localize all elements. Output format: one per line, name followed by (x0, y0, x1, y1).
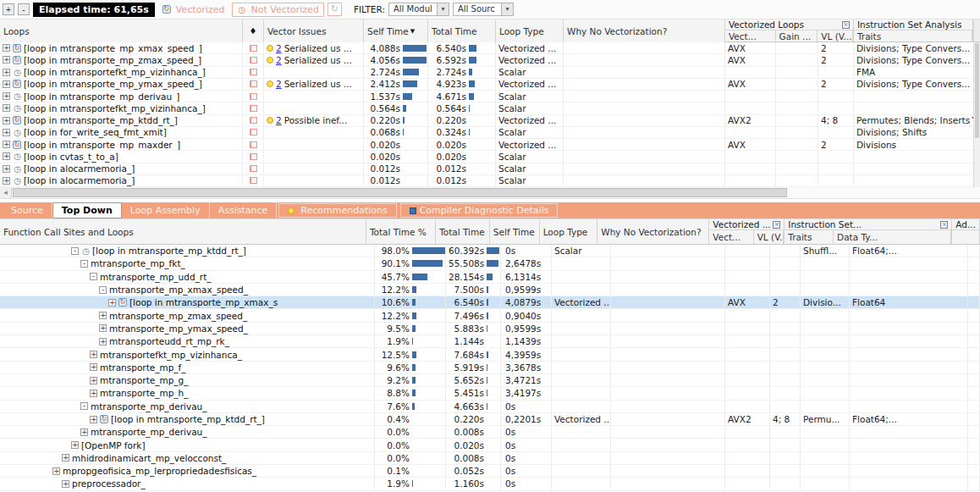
expander-icon[interactable]: + (99, 324, 107, 332)
expander-icon[interactable]: + (90, 363, 97, 371)
vertical-scrollbar[interactable] (973, 42, 980, 187)
horizontal-scrollbar[interactable]: ◂ (0, 187, 980, 199)
column-header-vector-issues[interactable]: Vector Issues (264, 19, 364, 42)
table-row[interactable]: +↻[loop in mtransporte_mp_ktdd_rt_]2Poss… (0, 115, 980, 127)
table-row[interactable]: +◷[loop in alocarmemoria_]0.012s0.012sSc… (0, 175, 980, 187)
expander-icon[interactable]: + (90, 416, 97, 423)
tab-assistance[interactable]: Assistance (210, 202, 278, 218)
table-row[interactable]: +◷[loop in alocarmemoria_]0.012s0.012sSc… (0, 163, 980, 175)
flag-icon[interactable] (250, 105, 257, 112)
table-row[interactable]: +mtransporte_mp_f_9.6%5.919s3,3678s (0, 362, 980, 374)
table-row[interactable]: +mtransportefkt_mp_vizinhanca_12.5%7.684… (0, 348, 980, 361)
expander-icon[interactable]: + (62, 480, 69, 488)
column-header-loops[interactable]: Loops (0, 19, 243, 42)
table-row[interactable]: +◷[loop in mtransportefkt_mp_vizinhanca_… (0, 102, 980, 114)
expand-all-button[interactable]: + (3, 3, 14, 15)
column-header-loop-type[interactable]: Loop Type (496, 19, 564, 42)
table-row[interactable]: +↻[loop in mtransporte_mp_xmax_speed_]2S… (0, 42, 980, 54)
expander-icon[interactable]: + (90, 390, 97, 397)
expander-icon[interactable]: - (80, 402, 88, 410)
expander-icon[interactable]: + (3, 92, 10, 100)
expander-icon[interactable]: - (80, 260, 88, 268)
flag-icon[interactable] (250, 80, 257, 87)
flag-icon[interactable] (250, 141, 257, 148)
column-header-total-time[interactable]: Total Time (428, 19, 496, 42)
expander-icon[interactable]: + (3, 80, 10, 88)
expander-icon[interactable]: - (71, 247, 79, 255)
flag-icon[interactable] (250, 93, 257, 100)
dropdown-arrow-icon[interactable]: ▾ (437, 3, 449, 15)
column-header-gain[interactable]: Gain ... (776, 30, 818, 41)
expander-icon[interactable]: + (99, 338, 107, 346)
table-row[interactable]: +mtransporte_mp_h_8.8%5.451s3,4197s (0, 387, 980, 400)
module-filter-dropdown[interactable]: All Modul ▾ (388, 3, 449, 16)
expander-icon[interactable]: + (3, 165, 10, 173)
source-filter-dropdown[interactable]: All Sourc ▾ (453, 3, 514, 16)
column-header-flag[interactable]: ♦ (243, 19, 264, 42)
column-header-why-no-vectorization[interactable]: Why No Vectorization? (564, 19, 725, 42)
expander-icon[interactable]: + (3, 117, 10, 124)
expander-icon[interactable]: + (3, 104, 10, 112)
issue-count-link[interactable]: 2 (276, 115, 282, 125)
table-row[interactable]: +preprocessador_1.9%1.160s0s (0, 478, 980, 490)
collapse-all-button[interactable]: - (18, 3, 30, 15)
table-row[interactable]: +mhidrodinamicart_mp_velocconst_0.0%0.00… (0, 452, 980, 465)
expander-icon[interactable]: + (3, 69, 10, 76)
table-row[interactable]: -mtransporte_mp_udd_rt_45.7%28.154s6,131… (0, 271, 980, 284)
dropdown-arrow-icon[interactable]: ▾ (501, 3, 513, 15)
expander-icon[interactable]: + (71, 441, 79, 449)
flag-icon[interactable] (250, 153, 257, 160)
expander-icon[interactable]: + (52, 467, 60, 475)
table-row[interactable]: +mtransporte_mp_derivau_0.0%0.008s0s (0, 426, 980, 439)
expander-icon[interactable]: + (90, 351, 97, 358)
flag-icon[interactable] (250, 165, 257, 172)
table-row[interactable]: +mtransporte_mp_zmax_speed_12.2%7.496s0,… (0, 309, 980, 322)
expander-icon[interactable]: + (3, 129, 10, 136)
table-row[interactable]: -mtransporte_mp_fkt_90.1%55.508s2,6478s (0, 257, 980, 270)
column-header-total-time-pct[interactable]: Total Time % (366, 219, 436, 244)
column-header-total-time[interactable]: Total Time (436, 219, 490, 244)
tab-recommendations[interactable]: Recommendations (278, 203, 396, 218)
table-row[interactable]: +◷[loop in mtransporte_mp_derivau_]1.537… (0, 91, 980, 102)
table-row[interactable]: +mtransporte_mp_g_9.2%5.652s3,4721s (0, 374, 980, 387)
tab-top-down[interactable]: Top Down (52, 202, 122, 218)
table-row[interactable]: +↻[loop in mtransporte_mp_ymax_speed_]2S… (0, 79, 980, 91)
flag-icon[interactable] (250, 117, 257, 124)
flag-icon[interactable] (250, 69, 257, 75)
expander-icon[interactable]: + (3, 56, 10, 64)
column-header-traits[interactable]: Traits (854, 30, 972, 41)
expander-icon[interactable]: + (3, 152, 10, 160)
expander-icon[interactable]: + (3, 44, 10, 52)
customize-columns-icon[interactable]: × (773, 221, 780, 229)
column-header-vect[interactable]: Vect... (709, 230, 753, 244)
table-row[interactable]: +↻[loop in mtransporte_mp_zmax_speed_]2S… (0, 54, 980, 66)
table-row[interactable]: +◷[loop in mtransportefkt_mp_vizinhanca_… (0, 67, 980, 79)
tab-compiler-diagnostic-details[interactable]: Compiler Diagnostic Details (400, 203, 559, 218)
table-row[interactable]: +mtransporte_mp_ymax_speed_9.5%5.883s0,9… (0, 323, 980, 335)
column-header-vect[interactable]: Vect... (725, 30, 776, 41)
table-row[interactable]: +mtransporteudd_rt_mp_rk_1.9%1.144s1,143… (0, 335, 980, 348)
expander-icon[interactable]: + (3, 141, 10, 148)
expander-icon[interactable]: - (99, 286, 107, 294)
table-row[interactable]: +↻[loop in mtransporte_mp_maxder_]0.020s… (0, 139, 980, 151)
column-header-data-type[interactable]: Data Ty... (834, 230, 951, 244)
table-row[interactable]: +◷[loop in for_write_seq_fmt_xmit]0.068s… (0, 127, 980, 139)
expander-icon[interactable]: - (90, 273, 97, 280)
table-row[interactable]: -mtransporte_mp_derivau_7.6%4.663s0s (0, 401, 980, 413)
expander-icon[interactable]: + (62, 454, 69, 462)
table-row[interactable]: -◷[loop in mtransporte_mp_ktdd_rt_]98.0%… (0, 245, 980, 257)
column-header-vl[interactable]: VL (V... (754, 230, 785, 244)
table-row[interactable]: +↻[loop in mtransporte_mp_ktdd_rt_]0.4%0… (0, 413, 980, 426)
column-header-loop-type[interactable]: Loop Type (540, 219, 598, 244)
column-header-why-no-vectorization[interactable]: Why No Vectorization? (597, 219, 709, 244)
table-row[interactable]: +mpropgeofisica_mp_lerpropriedadesfisica… (0, 465, 980, 478)
expander-icon[interactable]: + (99, 312, 107, 319)
flag-icon[interactable] (250, 45, 257, 52)
column-header-vl[interactable]: VL (V... (818, 30, 853, 41)
tab-loop-assembly[interactable]: Loop Assembly (122, 202, 210, 218)
column-header-self-time[interactable]: Self Time ▼ (364, 19, 428, 42)
customize-columns-icon[interactable]: × (842, 21, 850, 29)
scroll-left-icon[interactable]: ◂ (0, 187, 12, 198)
column-header-function-call-sites[interactable]: Function Call Sites and Loops (0, 219, 366, 244)
vertical-scrollbar-thumb[interactable] (975, 43, 979, 138)
